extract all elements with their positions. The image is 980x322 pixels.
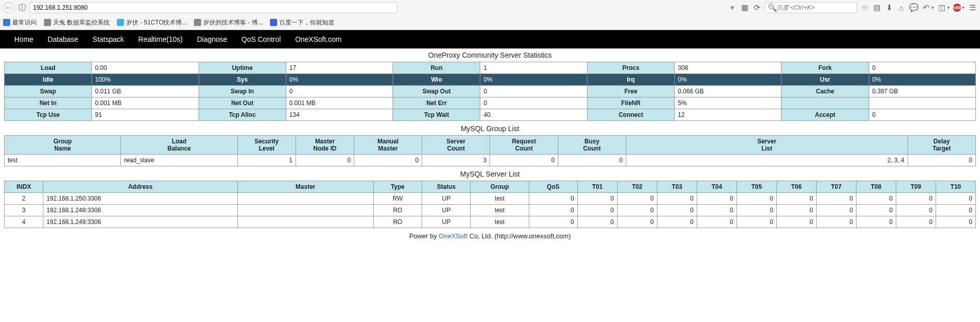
- server-col: T07: [816, 181, 856, 193]
- library-icon[interactable]: ▤: [872, 3, 881, 12]
- bookmarks-bar: 最常访问天兔 数据库监控系统岁伏 - 51CTO技术博...岁伏的技术博客 - …: [0, 15, 980, 30]
- server-cell: 0: [577, 216, 617, 228]
- nav-qos-control[interactable]: QoS Control: [234, 30, 288, 48]
- footer-post: Co, Ltd. (http://www.onexsoft.com): [468, 232, 571, 240]
- star-icon[interactable]: ☆: [860, 3, 869, 12]
- server-cell: 0: [617, 193, 657, 205]
- stats-key: Net In: [5, 97, 92, 109]
- stats-key: Uptime: [199, 62, 286, 74]
- server-cell: 0: [697, 216, 737, 228]
- server-cell: 0: [737, 205, 776, 216]
- home-icon[interactable]: ⌂: [897, 4, 906, 12]
- server-cell: RO: [374, 205, 422, 216]
- qr-icon[interactable]: ▦: [740, 3, 749, 12]
- bookmark-item[interactable]: 最常访问: [3, 18, 37, 27]
- stats-val: 91: [92, 109, 199, 121]
- server-cell: 0: [856, 216, 896, 228]
- server-col: QoS: [529, 181, 577, 193]
- group-cell: read_slave: [121, 155, 237, 166]
- stats-title: OneProxy Community Server Statistics: [0, 48, 980, 62]
- server-col: Master: [237, 181, 373, 193]
- stats-val: 100%: [92, 74, 199, 86]
- stats-key: Idle: [5, 74, 92, 86]
- stats-table: Load0.00Uptime17Run1Procs308Fork0Idle100…: [4, 62, 976, 121]
- stats-key: Swap In: [199, 86, 286, 97]
- bookmark-item[interactable]: 百度一下，你就知道: [270, 18, 334, 27]
- server-cell: [237, 216, 373, 228]
- nav-database[interactable]: Database: [40, 30, 85, 48]
- nav-statspack[interactable]: Statspack: [85, 30, 131, 48]
- undo-icon[interactable]: ↶: [921, 3, 930, 12]
- stats-val: 134: [286, 109, 393, 121]
- server-cell: 0: [737, 216, 776, 228]
- stats-val: 0.397 GB: [869, 86, 975, 97]
- stats-key: Load: [5, 62, 92, 74]
- footer-link[interactable]: OneXSoft: [439, 232, 468, 240]
- group-col: BusyCount: [558, 136, 626, 155]
- nav-home[interactable]: Home: [7, 30, 40, 48]
- server-cell: 0: [896, 205, 936, 216]
- group-col: ManualMaster: [354, 136, 422, 155]
- stats-val: 0: [480, 97, 587, 109]
- footer: Power by OneXSoft Co, Ltd. (http://www.o…: [0, 229, 980, 243]
- bookmark-item[interactable]: 岁伏 - 51CTO技术博...: [117, 18, 187, 27]
- bookmark-item[interactable]: 岁伏的技术博客 - 博...: [194, 18, 263, 27]
- stats-val: [869, 97, 975, 109]
- server-cell: RO: [374, 216, 422, 228]
- server-cell: 0: [936, 205, 975, 216]
- nav-realtime-10s-[interactable]: Realtime(10s): [131, 30, 190, 48]
- group-table: GroupNameLoadBalanceSecurityLevelMasterN…: [4, 135, 976, 166]
- group-cell: 1: [237, 155, 296, 166]
- server-cell: 0: [697, 193, 737, 205]
- url-input[interactable]: [30, 2, 397, 13]
- adblock-icon[interactable]: ABP: [953, 4, 961, 12]
- stats-val: 12: [675, 109, 781, 121]
- back-button[interactable]: ←: [3, 2, 14, 13]
- group-cell: 0: [558, 155, 626, 166]
- stats-val: 0: [286, 86, 393, 97]
- app-icon[interactable]: ◫: [937, 3, 946, 12]
- stats-val: 0.001 MB: [92, 97, 199, 109]
- bookmark-item[interactable]: 天兔 数据库监控系统: [44, 18, 110, 27]
- group-header-row: GroupNameLoadBalanceSecurityLevelMasterN…: [5, 136, 976, 155]
- info-icon[interactable]: ⓘ: [17, 3, 27, 13]
- reload-icon[interactable]: ⟳: [752, 3, 762, 12]
- server-cell: 0: [936, 216, 975, 228]
- stats-val: 0: [869, 62, 975, 74]
- stats-key: Irq: [587, 74, 674, 86]
- stats-val: 0: [869, 109, 975, 121]
- group-cell: 3: [422, 155, 490, 166]
- group-title: MySQL Group List: [0, 122, 980, 135]
- server-cell: 192.168.1.248:3306: [43, 205, 238, 216]
- stats-key: Tcp Wait: [393, 109, 480, 121]
- server-cell: 0: [657, 205, 697, 216]
- server-cell: 0: [529, 216, 577, 228]
- group-col: ServerList: [626, 136, 908, 155]
- server-cell: 0: [577, 205, 617, 216]
- nav-diagnose[interactable]: Diagnose: [190, 30, 234, 48]
- server-cell: 0: [657, 216, 697, 228]
- stats-key: FileNR: [587, 97, 674, 109]
- server-table: INDXAddressMasterTypeStatusGroupQoST01T0…: [4, 181, 976, 228]
- server-row: 2192.168.1.250:3306RWUPtest00000000000: [5, 193, 976, 205]
- server-cell: 0: [896, 216, 936, 228]
- group-cell: 0: [490, 155, 558, 166]
- stats-val: 0.001 MB: [286, 97, 393, 109]
- server-col: T05: [737, 181, 776, 193]
- stats-key: Free: [587, 86, 674, 97]
- chat-icon[interactable]: 💬: [909, 3, 918, 12]
- stats-val: 0: [480, 86, 587, 97]
- server-row: 3192.168.1.248:3306ROUPtest00000000000: [5, 205, 976, 216]
- server-col: T03: [657, 181, 697, 193]
- server-cell: 0: [657, 193, 697, 205]
- nav-onexsoft-com[interactable]: OneXSoft.com: [288, 30, 349, 48]
- stats-val: 0%: [869, 74, 975, 86]
- download-icon[interactable]: ⬇: [885, 3, 894, 12]
- shield-icon[interactable]: ▾: [728, 3, 737, 12]
- server-cell: 0: [617, 205, 657, 216]
- search-input[interactable]: [765, 2, 857, 13]
- stats-key: Sys: [199, 74, 286, 86]
- menu-icon[interactable]: ☰: [968, 3, 977, 12]
- server-col: T09: [896, 181, 936, 193]
- stats-key: Tcp Use: [5, 109, 92, 121]
